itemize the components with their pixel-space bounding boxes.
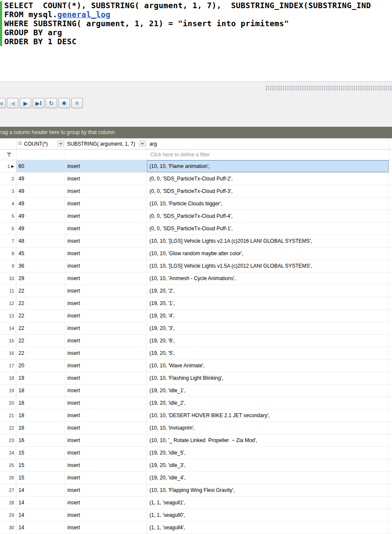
- cell-substring[interactable]: insert: [65, 210, 147, 222]
- column-header-arg[interactable]: arg: [147, 138, 389, 149]
- table-row[interactable]: 748insert(10, 10, '[LGS] Vehicle Lights …: [0, 235, 392, 247]
- cell-substring[interactable]: insert: [65, 322, 147, 334]
- cell-substring[interactable]: insert: [65, 223, 147, 235]
- cell-substring[interactable]: insert: [65, 185, 147, 197]
- cell-substring[interactable]: insert: [65, 422, 147, 434]
- cell-substring[interactable]: insert: [65, 260, 147, 272]
- table-row[interactable]: 2814insert(1, 1, 'seagull1',: [0, 497, 392, 509]
- table-row[interactable]: 1▶60insert(10, 10, 'Flame animation',: [0, 160, 392, 173]
- cell-substring[interactable]: insert: [65, 198, 147, 210]
- cell-substring[interactable]: insert: [65, 160, 147, 172]
- cell-arg[interactable]: (1, 1, 'seagull4',: [147, 522, 389, 534]
- table-row[interactable]: 249insert(0, 0, 'SDS_ParticleTx-Cloud Pu…: [0, 173, 392, 185]
- table-row[interactable]: 2018insert(19, 20, 'idle_2',: [0, 397, 392, 409]
- cell-arg[interactable]: (0, 0, 'SDS_ParticleTx-Cloud Puff-1',: [147, 223, 389, 235]
- cell-arg[interactable]: (10, 10, 'DESERT HOVER BIKE 2.1 JET seco…: [147, 409, 389, 421]
- filter-dropdown-icon[interactable]: [139, 140, 146, 147]
- table-link[interactable]: general_log: [58, 10, 111, 19]
- cell-count[interactable]: 22: [16, 347, 65, 359]
- cell-arg[interactable]: (19, 20, '3',: [147, 322, 389, 334]
- cell-substring[interactable]: insert: [65, 235, 147, 247]
- table-row[interactable]: 1222insert(19, 20, '1',: [0, 297, 392, 310]
- cell-substring[interactable]: insert: [65, 372, 147, 384]
- cell-arg[interactable]: (0, 0, 'SDS_ParticleTx-Cloud Puff-3',: [147, 185, 389, 197]
- table-row[interactable]: 1918insert(19, 20, 'idle_1',: [0, 384, 392, 397]
- table-row[interactable]: 1122insert(19, 20, '2',: [0, 285, 392, 297]
- group-by-panel[interactable]: rag a column header here to group by tha…: [0, 127, 392, 138]
- cell-substring[interactable]: insert: [65, 409, 147, 421]
- cell-substring[interactable]: insert: [65, 285, 147, 297]
- cell-arg[interactable]: (10, 10, 'Flashing Light Blinking',: [147, 372, 389, 384]
- cell-count[interactable]: 18: [16, 397, 65, 409]
- cell-substring[interactable]: insert: [65, 397, 147, 409]
- table-row[interactable]: 1522insert(19, 20, '6',: [0, 335, 392, 347]
- cell-count[interactable]: 22: [16, 335, 65, 347]
- cell-count[interactable]: 29: [16, 272, 65, 284]
- cell-count[interactable]: 14: [16, 497, 65, 509]
- cell-substring[interactable]: insert: [65, 272, 147, 284]
- cell-count[interactable]: 22: [16, 285, 65, 297]
- cell-count[interactable]: 49: [16, 198, 65, 210]
- cell-arg[interactable]: (19, 20, 'idle_2',: [147, 397, 389, 409]
- cell-arg[interactable]: (19, 20, 'idle_3',: [147, 459, 389, 471]
- cell-arg[interactable]: (10, 10, '_ Rotate Linked Propeller ~ Zi…: [147, 434, 389, 446]
- cell-count[interactable]: 20: [16, 360, 65, 372]
- cell-substring[interactable]: insert: [65, 522, 147, 534]
- cell-substring[interactable]: insert: [65, 509, 147, 521]
- cell-substring[interactable]: insert: [65, 297, 147, 309]
- table-row[interactable]: 1322insert(19, 20, '4',: [0, 310, 392, 322]
- cell-count[interactable]: 22: [16, 297, 65, 309]
- cell-count[interactable]: 49: [16, 210, 65, 222]
- cell-arg[interactable]: (19, 20, '6',: [147, 335, 389, 347]
- cell-count[interactable]: 49: [16, 173, 65, 185]
- cell-substring[interactable]: insert: [65, 434, 147, 446]
- cell-count[interactable]: 49: [16, 185, 65, 197]
- filter-dropdown-icon[interactable]: [58, 140, 64, 147]
- cell-arg[interactable]: (10, 10, 'invisaprim',: [147, 422, 389, 434]
- cell-count[interactable]: 48: [16, 235, 65, 247]
- sql-editor[interactable]: SELECT COUNT(*), SUBSTRING( argument, 1,…: [0, 0, 392, 82]
- cell-arg[interactable]: (10, 10, '[LGS] Vehicle Lights v2.1A (c)…: [147, 235, 389, 247]
- cell-arg[interactable]: (10, 10, 'Flame animation',: [147, 160, 389, 172]
- column-chooser-icon[interactable]: [18, 142, 22, 146]
- cell-arg[interactable]: (10, 10, 'Animesh - Cycle Animations',: [147, 272, 389, 284]
- next-record-button[interactable]: ▶: [20, 98, 31, 108]
- cell-arg[interactable]: (19, 20, '4',: [147, 310, 389, 322]
- table-row[interactable]: 2914insert(1, 1, 'seagull0',: [0, 509, 392, 522]
- cell-count[interactable]: 14: [16, 484, 65, 496]
- cell-arg[interactable]: (10, 10, '[LGS] Vehicle Lights v1.5A (c)…: [147, 260, 389, 272]
- cell-substring[interactable]: insert: [65, 459, 147, 471]
- cell-substring[interactable]: insert: [65, 173, 147, 185]
- cell-count[interactable]: 45: [16, 247, 65, 259]
- table-row[interactable]: 649insert(0, 0, 'SDS_ParticleTx-Cloud Pu…: [0, 223, 392, 235]
- cell-substring[interactable]: insert: [65, 447, 147, 459]
- cell-count[interactable]: 16: [16, 422, 65, 434]
- cell-substring[interactable]: insert: [65, 384, 147, 397]
- cell-substring[interactable]: insert: [65, 497, 147, 509]
- table-row[interactable]: 1819insert(10, 10, 'Flashing Light Blink…: [0, 372, 392, 384]
- cell-arg[interactable]: (19, 20, '5',: [147, 347, 389, 359]
- table-row[interactable]: 1422insert(19, 20, '3',: [0, 322, 392, 335]
- cell-count[interactable]: 14: [16, 522, 65, 534]
- table-row[interactable]: 3014insert(1, 1, 'seagull4',: [0, 522, 392, 534]
- cell-arg[interactable]: (19, 20, 'idle_4',: [147, 472, 389, 484]
- filter-row[interactable]: Click here to define a filter: [0, 150, 392, 160]
- table-row[interactable]: 349insert(0, 0, 'SDS_ParticleTx-Cloud Pu…: [0, 185, 392, 198]
- cell-substring[interactable]: insert: [65, 347, 147, 359]
- column-header-substring[interactable]: SUBSTRING( argument, 1, 7): [65, 138, 147, 149]
- cell-arg[interactable]: (19, 20, 'idle_1',: [147, 384, 389, 397]
- table-row[interactable]: 2615insert(19, 20, 'idle_4',: [0, 472, 392, 484]
- table-row[interactable]: 1720insert(10, 10, 'Wave Animate',: [0, 360, 392, 372]
- table-row[interactable]: 936insert(10, 10, '[LGS] Vehicle Lights …: [0, 260, 392, 272]
- prior-record-button[interactable]: ◀: [7, 98, 18, 108]
- cell-arg[interactable]: (10, 10, 'Glow random maybe alter color'…: [147, 247, 389, 259]
- cell-count[interactable]: 14: [16, 509, 65, 521]
- table-row[interactable]: 845insert(10, 10, 'Glow random maybe alt…: [0, 247, 392, 260]
- refresh-button[interactable]: ↻: [46, 98, 57, 108]
- cell-arg[interactable]: (0, 0, 'SDS_ParticleTx-Cloud Puff-4',: [147, 210, 389, 222]
- cell-arg[interactable]: (19, 20, 'idle_5',: [147, 447, 389, 459]
- cell-substring[interactable]: insert: [65, 484, 147, 496]
- table-row[interactable]: 1622insert(19, 20, '5',: [0, 347, 392, 360]
- table-row[interactable]: 549insert(0, 0, 'SDS_ParticleTx-Cloud Pu…: [0, 210, 392, 223]
- cell-count[interactable]: 15: [16, 459, 65, 471]
